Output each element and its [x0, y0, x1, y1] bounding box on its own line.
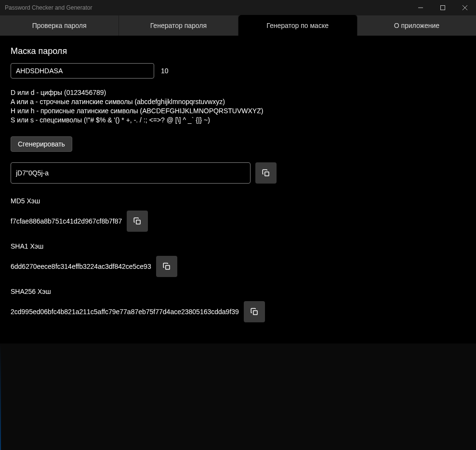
copy-sha256-button[interactable]	[244, 301, 265, 322]
md5-label: MD5 Хэш	[11, 197, 465, 205]
mask-length: 10	[161, 67, 169, 75]
svg-rect-6	[165, 265, 169, 269]
tab-mask-generator[interactable]: Генератор по маске	[238, 15, 357, 36]
copy-icon	[262, 169, 270, 177]
maximize-icon	[440, 5, 445, 10]
help-line-s: S или s - спецсимволы (!"# $% & '() * +,…	[11, 116, 465, 125]
main-content: Маска пароля 10 D или d - цифры (0123456…	[0, 36, 476, 344]
tab-check-password[interactable]: Проверка пароля	[0, 15, 119, 36]
mask-title: Маска пароля	[11, 46, 465, 56]
md5-section: MD5 Хэш f7cfae886a8b751c41d2d967cf8b7f87	[11, 197, 465, 232]
generate-button[interactable]: Сгенерировать	[11, 136, 72, 152]
close-icon	[463, 5, 467, 10]
sha256-section: SHA256 Хэш 2cd995ed06bfc4b821a211c5affc7…	[11, 288, 465, 322]
result-row	[11, 162, 465, 184]
titlebar: Password Checker and Generator	[0, 0, 476, 15]
svg-rect-7	[253, 310, 257, 314]
copy-icon	[250, 307, 259, 316]
copy-icon	[133, 217, 142, 225]
svg-rect-5	[136, 220, 140, 224]
tab-generator[interactable]: Генератор пароля	[119, 15, 238, 36]
help-line-h: H или h - прописные латинские символы (A…	[11, 106, 465, 116]
copy-md5-button[interactable]	[127, 211, 148, 232]
tab-about[interactable]: О приложение	[357, 15, 476, 36]
sha1-row: 6dd6270eece8fc314effb3224ac3df842ce5ce93	[11, 256, 465, 277]
window-controls	[410, 0, 476, 15]
svg-rect-4	[265, 172, 269, 175]
help-text: D или d - цифры (0123456789) A или a - с…	[11, 88, 465, 125]
mask-row: 10	[11, 63, 465, 79]
copy-result-button[interactable]	[255, 162, 277, 184]
sha256-value: 2cd995ed06bfc4b821a211c5affc79e77a87eb75…	[11, 308, 239, 316]
sha256-label: SHA256 Хэш	[11, 288, 465, 295]
window-title: Password Checker and Generator	[5, 4, 410, 11]
md5-row: f7cfae886a8b751c41d2d967cf8b7f87	[11, 211, 465, 232]
help-line-a: A или a - строчные латинские символы (ab…	[11, 97, 465, 106]
maximize-button[interactable]	[432, 0, 454, 15]
window-edge-glow	[0, 344, 1, 450]
mask-input[interactable]	[11, 63, 154, 79]
sha1-label: SHA1 Хэш	[11, 242, 465, 250]
result-input[interactable]	[11, 162, 251, 184]
minimize-icon	[418, 5, 423, 10]
copy-sha1-button[interactable]	[156, 256, 177, 277]
sha1-value: 6dd6270eece8fc314effb3224ac3df842ce5ce93	[11, 263, 151, 270]
md5-value: f7cfae886a8b751c41d2d967cf8b7f87	[11, 217, 122, 225]
close-button[interactable]	[454, 0, 476, 15]
minimize-button[interactable]	[410, 0, 432, 15]
help-line-d: D или d - цифры (0123456789)	[11, 88, 465, 97]
sha256-row: 2cd995ed06bfc4b821a211c5affc79e77a87eb75…	[11, 301, 465, 322]
svg-rect-1	[441, 6, 445, 10]
sha1-section: SHA1 Хэш 6dd6270eece8fc314effb3224ac3df8…	[11, 242, 465, 277]
tabs-bar: Проверка пароля Генератор пароля Генерат…	[0, 15, 476, 36]
copy-icon	[162, 262, 171, 271]
